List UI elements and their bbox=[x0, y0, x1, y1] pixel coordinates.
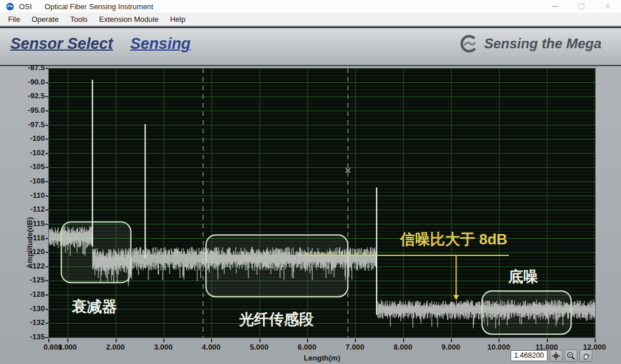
menu-file[interactable]: File bbox=[2, 15, 26, 24]
x-tick-label: 8.000 bbox=[385, 343, 421, 351]
x-tick-mark bbox=[307, 339, 308, 342]
region-box-attenuator bbox=[62, 222, 131, 282]
window-controls: × bbox=[542, 0, 621, 13]
app-logo-icon bbox=[6, 2, 14, 11]
x-tick-label: 9.000 bbox=[432, 343, 469, 351]
graph-palette bbox=[550, 350, 592, 362]
x-tick-mark bbox=[259, 339, 260, 342]
zoom-tool-button[interactable] bbox=[565, 350, 577, 362]
x-tick-mark bbox=[499, 339, 500, 342]
y-tick-label: -115 bbox=[0, 220, 45, 228]
tabs: Sensor Select Sensing bbox=[10, 35, 191, 53]
y-tick-label: -122 bbox=[0, 262, 45, 270]
window-title: Optical Fiber Sensing Instrument bbox=[44, 2, 153, 11]
plot-canvas[interactable]: 衰减器光纤传感段底噪信噪比大于 8dB bbox=[48, 68, 596, 338]
x-tick-label: 7.000 bbox=[336, 343, 373, 351]
menu-tools[interactable]: Tools bbox=[64, 15, 93, 24]
title-bar: OSI Optical Fiber Sensing Instrument × bbox=[0, 0, 621, 13]
menu-bar: File Operate Tools Extension Module Help bbox=[0, 13, 621, 26]
magnifier-icon bbox=[566, 351, 576, 361]
y-tick-label: -120 bbox=[0, 248, 45, 256]
maximize-button[interactable] bbox=[568, 0, 595, 13]
x-tick-mark bbox=[451, 339, 452, 342]
x-tick-mark bbox=[403, 339, 404, 342]
crosshair-tool-button[interactable] bbox=[550, 350, 562, 362]
brand: Sensing the Mega bbox=[459, 34, 601, 53]
x-tick-label: 3.000 bbox=[145, 343, 182, 351]
region-box-noise-floor bbox=[482, 291, 571, 334]
x-tick-mark bbox=[163, 339, 164, 342]
minimize-icon bbox=[552, 6, 558, 7]
y-tick-label: -102 bbox=[0, 149, 45, 157]
menu-operate[interactable]: Operate bbox=[26, 15, 64, 24]
minimize-button[interactable] bbox=[542, 0, 568, 13]
y-tick-label: -95.0 bbox=[0, 106, 45, 114]
y-tick-label: -135 bbox=[0, 333, 45, 341]
y-tick-label: -97.5 bbox=[0, 121, 45, 129]
x-tick-label: 1.000 bbox=[49, 343, 86, 351]
y-tick-label: -125 bbox=[0, 276, 45, 284]
region-label-noise-floor: 底噪 bbox=[508, 268, 538, 285]
x-tick-mark bbox=[67, 339, 68, 342]
cursor-value-input[interactable]: 1.468200 bbox=[511, 350, 547, 361]
x-tick-mark bbox=[547, 339, 548, 342]
y-tick-label: -130 bbox=[0, 305, 45, 313]
y-tick-label: -110 bbox=[0, 191, 45, 200]
maximize-icon bbox=[578, 3, 584, 9]
y-tick-label: -100 bbox=[0, 135, 45, 143]
y-tick-label: -132 bbox=[0, 319, 45, 327]
x-tick-label: 6.000 bbox=[289, 343, 325, 351]
region-label-fiber-sensing: 光纤传感段 bbox=[239, 311, 314, 328]
region-label-attenuator: 衰减器 bbox=[71, 298, 117, 315]
brand-logo-icon bbox=[459, 34, 479, 53]
x-tick-label: 5.000 bbox=[241, 343, 278, 351]
tab-sensing[interactable]: Sensing bbox=[131, 35, 191, 53]
hand-icon bbox=[581, 351, 591, 361]
crosshair-icon bbox=[551, 351, 561, 361]
menu-extension-module[interactable]: Extension Module bbox=[93, 15, 164, 24]
y-tick-label: -105 bbox=[0, 163, 45, 171]
y-tick-label: -90.0 bbox=[0, 78, 45, 86]
x-tick-mark bbox=[48, 339, 49, 342]
y-tick-label: -87.5 bbox=[0, 64, 45, 72]
x-tick-mark bbox=[595, 339, 596, 342]
snr-annotation-text: 信噪比大于 8dB bbox=[399, 231, 507, 248]
x-tick-mark bbox=[116, 339, 117, 342]
x-tick-mark bbox=[355, 339, 356, 342]
region-box-fiber-sensing bbox=[206, 235, 348, 297]
tab-band: Sensor Select Sensing Sensing the Mega bbox=[0, 26, 621, 65]
y-tick-label: -128 bbox=[0, 290, 45, 298]
x-tick-label: 4.000 bbox=[193, 343, 229, 351]
x-tick-mark bbox=[211, 339, 212, 342]
app-window: OSI Optical Fiber Sensing Instrument × F… bbox=[0, 0, 621, 364]
pan-tool-button[interactable] bbox=[580, 350, 592, 362]
brand-text: Sensing the Mega bbox=[484, 36, 601, 52]
x-tick-label: 2.000 bbox=[97, 343, 134, 351]
tab-sensor-select[interactable]: Sensor Select bbox=[10, 35, 113, 53]
y-tick-label: -118 bbox=[0, 234, 45, 242]
y-tick-label: -92.5 bbox=[0, 92, 45, 100]
close-button[interactable]: × bbox=[595, 0, 621, 13]
y-tick-label: -108 bbox=[0, 177, 45, 185]
menu-help[interactable]: Help bbox=[164, 15, 191, 24]
app-name: OSI bbox=[19, 2, 32, 11]
chart-area: Amplitude(dB) -87.5-90.0-92.5-95.0-97.5-… bbox=[0, 65, 621, 364]
y-tick-label: -112 bbox=[0, 205, 45, 213]
